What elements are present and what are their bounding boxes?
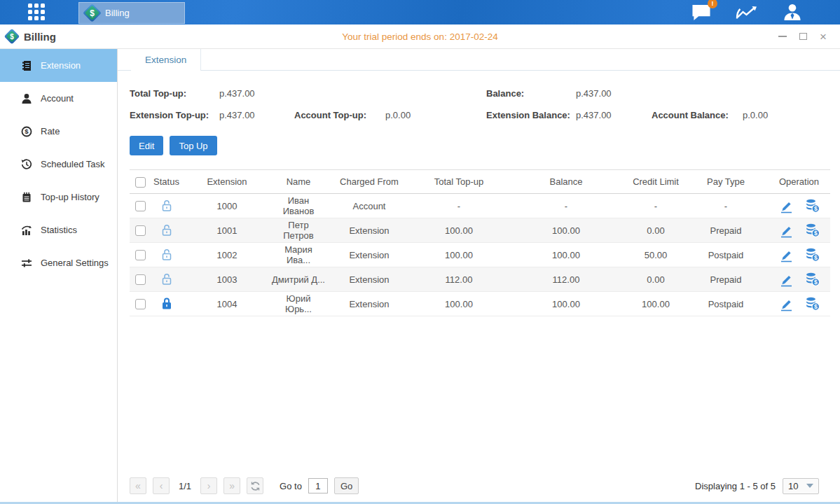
trial-notice: Your trial period ends on: 2017-02-24	[0, 31, 840, 42]
row-checkbox[interactable]	[135, 274, 146, 285]
svg-text:$: $	[813, 230, 817, 237]
messages-icon[interactable]: !	[690, 3, 712, 22]
cell-name: Иван Иванов	[272, 194, 325, 218]
row-checkbox[interactable]	[135, 250, 146, 260]
table-row: 1001 Петр Петров Extension 100.00 100.00…	[130, 218, 830, 243]
account-topup-label: Account Top-up:	[294, 110, 385, 120]
table-row: 1002 Мария Ива... Extension 100.00 100.0…	[130, 243, 830, 267]
last-page-button[interactable]: »	[223, 477, 240, 494]
sidebar-item-account[interactable]: Account	[0, 82, 117, 115]
lock-open-icon[interactable]	[160, 199, 173, 213]
sidebar-item-statistics[interactable]: Statistics	[0, 214, 117, 246]
cell-extension: 1002	[182, 243, 272, 267]
balance-value: p.437.00	[576, 88, 612, 99]
col-credit-limit: Credit Limit	[628, 170, 684, 194]
sliders-icon	[21, 258, 32, 269]
topbar: $ Billing !	[0, 0, 840, 24]
edit-button[interactable]: Edit	[130, 136, 163, 155]
edit-pencil-icon[interactable]	[778, 296, 794, 312]
sidebar-item-general-settings[interactable]: General Settings	[0, 246, 117, 279]
edit-pencil-icon[interactable]	[778, 198, 794, 214]
first-page-button[interactable]: «	[130, 477, 146, 494]
sidebar-item-label: Statistics	[41, 225, 77, 235]
svg-text:$: $	[813, 254, 817, 261]
topup-coins-icon[interactable]: $	[805, 198, 820, 214]
sidebar-item-label: Rate	[41, 126, 60, 136]
next-page-button[interactable]: ›	[200, 477, 217, 494]
select-all-checkbox[interactable]	[135, 177, 146, 188]
sidebar-item-extension[interactable]: Extension	[0, 49, 117, 82]
account-topup-value: p.0.00	[385, 110, 486, 120]
extension-balance-value: p.437.00	[576, 110, 652, 120]
edit-pencil-icon[interactable]	[778, 272, 794, 287]
refresh-button[interactable]	[247, 477, 263, 494]
col-pay-type: Pay Type	[684, 170, 768, 194]
row-checkbox[interactable]	[135, 299, 146, 309]
col-name: Name	[272, 170, 325, 194]
cell-credit-limit: -	[628, 194, 684, 218]
table-row: 1000 Иван Иванов Account - - - -	[130, 194, 830, 218]
summary-section: Total Top-up: p.437.00 Balance: p.437.00…	[130, 83, 840, 126]
cell-total-topup: 112.00	[413, 267, 504, 292]
cell-balance: 100.00	[504, 292, 628, 316]
extension-topup-label: Extension Top-up:	[130, 110, 219, 120]
account-balance-value: p.0.00	[743, 110, 768, 120]
svg-text:$: $	[25, 127, 29, 135]
cell-credit-limit: 0.00	[628, 267, 684, 292]
cell-charged-from: Extension	[325, 218, 413, 243]
maximize-icon[interactable]	[797, 31, 808, 42]
top-up-button[interactable]: Top Up	[170, 136, 216, 155]
bar-chart-icon	[21, 225, 32, 236]
topup-coins-icon[interactable]: $	[805, 296, 820, 312]
cell-credit-limit: 50.00	[628, 243, 684, 267]
cell-balance: 100.00	[504, 243, 628, 267]
table-header-row: Status Extension Name Charged From Total…	[130, 170, 830, 194]
cell-name: Петр Петров	[272, 218, 325, 243]
cell-charged-from: Extension	[325, 243, 413, 267]
taskbar-billing-tab[interactable]: $ Billing	[78, 2, 185, 24]
sidebar: Extension Account $ Rate Scheduled Task	[0, 49, 118, 504]
topup-coins-icon[interactable]: $	[805, 223, 820, 238]
statistics-icon[interactable]	[735, 3, 759, 22]
cell-name: Мария Ива...	[272, 243, 325, 267]
tab-extension[interactable]: Extension	[131, 49, 201, 71]
topup-coins-icon[interactable]: $	[805, 272, 820, 287]
col-extension: Extension	[182, 170, 272, 194]
billing-diamond-icon: $	[83, 4, 102, 22]
svg-text:$: $	[813, 303, 817, 310]
lock-open-icon[interactable]	[160, 272, 173, 286]
page-size-select[interactable]: 10	[783, 478, 819, 494]
window-titlebar: $ Billing Your trial period ends on: 201…	[0, 24, 840, 49]
row-checkbox[interactable]	[135, 201, 146, 211]
apps-grid-icon[interactable]	[28, 4, 47, 22]
sidebar-item-scheduled-task[interactable]: Scheduled Task	[0, 148, 117, 181]
row-checkbox[interactable]	[135, 225, 146, 236]
lock-open-icon[interactable]	[160, 223, 173, 237]
user-icon[interactable]	[781, 3, 804, 22]
tab-strip: Extension	[118, 49, 840, 71]
col-balance: Balance	[504, 170, 628, 194]
lock-closed-icon[interactable]	[160, 297, 173, 311]
cell-pay-type: Postpaid	[684, 243, 768, 267]
cell-total-topup: 100.00	[413, 218, 504, 243]
cell-name: Юрий Юрь...	[272, 292, 325, 316]
go-button[interactable]: Go	[334, 477, 359, 494]
minimize-icon[interactable]	[777, 31, 788, 42]
sidebar-item-topup-history[interactable]: Top-up History	[0, 181, 117, 214]
extension-balance-label: Extension Balance:	[486, 110, 576, 120]
close-icon[interactable]: ×	[818, 31, 829, 42]
total-topup-value: p.437.00	[219, 88, 486, 99]
displaying-text: Displaying 1 - 5 of 5	[695, 481, 776, 491]
edit-pencil-icon[interactable]	[778, 247, 794, 262]
cell-pay-type: Prepaid	[684, 218, 768, 243]
edit-pencil-icon[interactable]	[778, 223, 794, 238]
pagination-bar: « ‹ 1/1 › » Go to Go Displaying 1 - 5 of…	[118, 477, 840, 504]
sidebar-item-rate[interactable]: $ Rate	[0, 115, 117, 148]
lock-open-icon[interactable]	[160, 248, 173, 262]
topup-coins-icon[interactable]: $	[805, 247, 820, 262]
cell-extension: 1000	[182, 194, 272, 218]
prev-page-button[interactable]: ‹	[153, 477, 170, 494]
goto-page-input[interactable]	[308, 478, 328, 493]
cell-balance: 100.00	[504, 218, 628, 243]
cell-extension: 1004	[182, 292, 272, 316]
